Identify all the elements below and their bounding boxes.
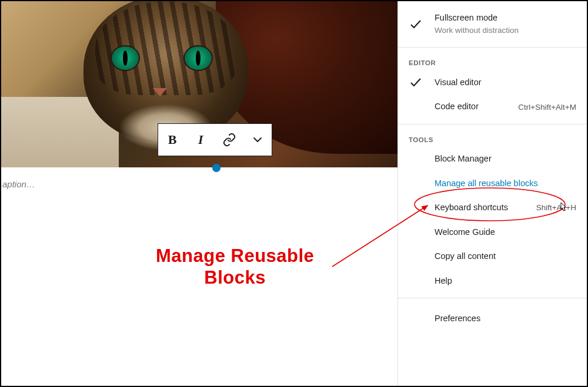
menu-label: Fullscreen mode <box>435 12 576 24</box>
menu-item-visual-editor[interactable]: Visual editor <box>398 70 587 95</box>
preferences-section: Preferences <box>398 298 587 339</box>
menu-item-help[interactable]: Help <box>398 269 587 294</box>
menu-label: Visual editor <box>435 77 576 89</box>
image-resize-handle[interactable] <box>212 164 220 172</box>
keyboard-shortcut: Ctrl+Shift+Alt+M <box>512 103 576 112</box>
keyboard-shortcut: Shift+Alt+H <box>530 203 576 212</box>
chevron-down-icon <box>250 133 265 147</box>
menu-item-preferences[interactable]: Preferences <box>398 307 587 331</box>
more-options-menu: Fullscreen mode Work without distraction… <box>397 1 587 386</box>
bold-button[interactable]: B <box>158 124 186 156</box>
view-section: Fullscreen mode Work without distraction <box>398 1 587 48</box>
section-heading-editor: EDITOR <box>398 52 587 70</box>
link-icon <box>222 133 236 147</box>
section-heading-tools: TOOLS <box>398 129 587 147</box>
menu-label: Block Manager <box>435 153 576 165</box>
menu-label: Preferences <box>435 313 576 325</box>
menu-item-fullscreen-mode[interactable]: Fullscreen mode Work without distraction <box>398 6 587 42</box>
editor-canvas: B I aption… Manage Reusable Blocks <box>1 1 398 386</box>
check-icon <box>409 18 423 30</box>
menu-label: Help <box>435 275 576 287</box>
menu-label: Welcome Guide <box>435 227 576 238</box>
check-icon <box>409 76 423 88</box>
menu-description: Work without distraction <box>435 25 576 36</box>
block-format-toolbar: B I <box>158 123 272 156</box>
editor-section: EDITOR Visual editor Code editor Ctrl+Sh… <box>398 48 587 124</box>
menu-item-copy-all-content[interactable]: Copy all content <box>398 244 587 269</box>
menu-item-manage-reusable-blocks[interactable]: Manage all reusable blocks <box>398 171 587 196</box>
menu-item-welcome-guide[interactable]: Welcome Guide <box>398 220 587 245</box>
menu-label: Keyboard shortcuts <box>435 202 530 214</box>
image-caption-input[interactable]: aption… <box>2 179 35 189</box>
cursor-pointer-icon <box>559 201 569 214</box>
menu-label: Code editor <box>435 101 512 113</box>
menu-label: Manage all reusable blocks <box>435 178 576 190</box>
image-subject-detail <box>153 88 167 96</box>
image-subject-detail <box>183 45 213 71</box>
menu-item-block-manager[interactable]: Block Manager <box>398 147 587 171</box>
menu-label: Copy all content <box>435 251 576 263</box>
italic-button[interactable]: I <box>186 124 215 156</box>
annotation-label: Manage Reusable Blocks <box>156 245 314 288</box>
menu-item-code-editor[interactable]: Code editor Ctrl+Shift+Alt+M <box>398 95 587 119</box>
more-options-button[interactable] <box>243 124 272 156</box>
link-button[interactable] <box>215 124 243 156</box>
image-subject-detail <box>111 45 140 71</box>
